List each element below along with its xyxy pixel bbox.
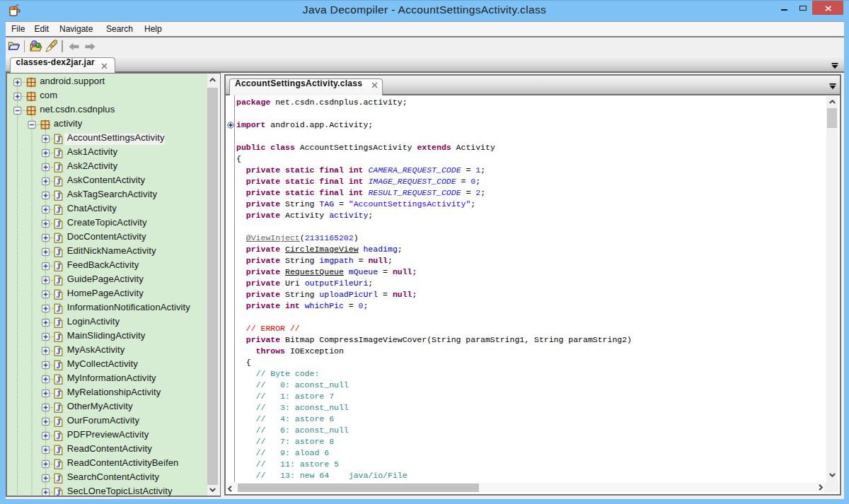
svg-text:J: J [57,333,61,341]
svg-text:J: J [57,149,61,158]
svg-text:J: J [57,248,61,257]
svg-text:J: J [57,418,61,426]
svg-text:J: J [57,220,61,228]
svg-text:J: J [57,177,61,186]
svg-text:J: J [57,319,61,327]
svg-text:J: J [57,361,61,370]
svg-text:J: J [57,474,61,483]
svg-text:J: J [57,276,61,285]
svg-text:J: J [57,446,61,455]
svg-text:J: J [57,262,61,271]
svg-text:J: J [57,404,61,412]
svg-text:J: J [57,488,61,496]
svg-text:J: J [57,206,61,214]
svg-text:J: J [57,234,61,242]
svg-text:J: J [57,389,61,398]
svg-text:J: J [57,347,61,356]
svg-text:J: J [57,305,61,313]
svg-text:J: J [57,460,61,469]
svg-text:J: J [57,163,61,172]
svg-text:J: J [57,375,61,384]
svg-text:J: J [57,432,61,440]
svg-text:J: J [57,291,61,299]
svg-text:J: J [57,192,61,200]
svg-text:J: J [57,135,61,143]
